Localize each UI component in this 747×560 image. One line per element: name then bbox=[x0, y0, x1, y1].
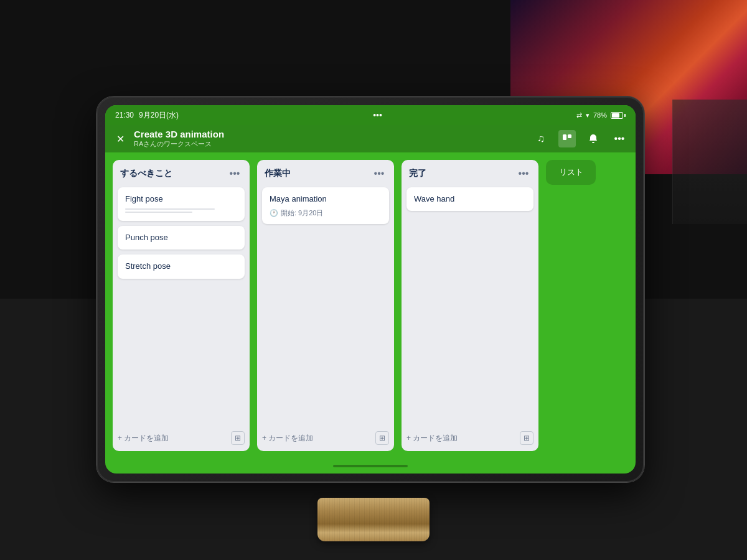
todo-add-card-row: + カードを追加 ⊞ bbox=[113, 427, 250, 451]
notifications-button[interactable] bbox=[585, 130, 602, 147]
inprogress-add-image-button[interactable]: ⊞ bbox=[375, 431, 389, 445]
card-stretch-pose[interactable]: Stretch pose bbox=[118, 254, 245, 278]
list-inprogress-header: 作業中 ••• bbox=[257, 160, 394, 185]
status-dots: ••• bbox=[373, 110, 382, 120]
wifi-icon: ▾ bbox=[586, 111, 590, 119]
svg-rect-1 bbox=[568, 134, 571, 138]
card-maya-animation[interactable]: Maya animation 🕐 開始: 9月20日 bbox=[262, 187, 389, 224]
card-maya-date: 開始: 9月20日 bbox=[281, 208, 323, 218]
board-title[interactable]: Create 3D animation bbox=[134, 129, 526, 139]
todo-add-image-button[interactable]: ⊞ bbox=[231, 431, 245, 445]
home-indicator bbox=[105, 459, 636, 474]
app-header: ✕ Create 3D animation RAさんのワークスペース ♫ bbox=[105, 125, 636, 152]
time-display: 21:30 bbox=[115, 111, 134, 119]
list-todo-title: するべきこと bbox=[120, 168, 172, 179]
status-right: ⇄ ▾ 78% bbox=[576, 111, 626, 119]
list-done-menu[interactable]: ••• bbox=[516, 166, 531, 181]
done-add-image-button[interactable]: ⊞ bbox=[520, 431, 533, 445]
status-left: 21:30 9月20日(水) bbox=[115, 110, 179, 121]
list-inprogress: 作業中 ••• Maya animation 🕐 開始: 9月20日 + カード… bbox=[257, 160, 394, 451]
list-inprogress-title: 作業中 bbox=[265, 168, 291, 179]
card-fight-pose[interactable]: Fight pose bbox=[118, 187, 245, 221]
list-inprogress-menu[interactable]: ••• bbox=[372, 166, 387, 181]
wooden-stand bbox=[317, 498, 430, 541]
card-stretch-title: Stretch pose bbox=[125, 261, 237, 272]
list-todo-header: するべきこと ••• bbox=[113, 160, 250, 185]
card-fight-title: Fight pose bbox=[125, 194, 237, 205]
list-todo-cards: Fight pose Punch pose Stretch pose bbox=[113, 185, 250, 427]
done-add-card-button[interactable]: + カードを追加 bbox=[406, 433, 458, 444]
more-button[interactable]: ••• bbox=[611, 130, 628, 147]
workspace-subtitle: RAさんのワークスペース bbox=[134, 139, 526, 149]
card-maya-title: Maya animation bbox=[270, 194, 382, 205]
keyboard bbox=[672, 100, 747, 224]
list-inprogress-cards: Maya animation 🕐 開始: 9月20日 bbox=[257, 185, 394, 427]
clock-icon: 🕐 bbox=[270, 209, 278, 217]
card-punch-pose[interactable]: Punch pose bbox=[118, 226, 245, 250]
spotify-button[interactable]: ♫ bbox=[532, 130, 550, 147]
status-bar: 21:30 9月20日(水) ••• ⇄ ▾ 78% bbox=[105, 105, 636, 125]
card-punch-title: Punch pose bbox=[125, 232, 237, 243]
list-done-title: 完了 bbox=[409, 168, 426, 179]
card-wave-title: Wave hand bbox=[414, 194, 526, 205]
close-button[interactable]: ✕ bbox=[113, 131, 128, 146]
list-done-cards: Wave hand bbox=[402, 185, 538, 427]
inprogress-add-card-button[interactable]: + カードを追加 bbox=[262, 433, 313, 444]
header-actions: ♫ ••• bbox=[532, 130, 628, 147]
list-todo: するべきこと ••• Fight pose Punch pose bbox=[113, 160, 250, 451]
list-done: 完了 ••• Wave hand + カードを追加 ⊞ bbox=[402, 160, 538, 451]
todo-add-card-button[interactable]: + カードを追加 bbox=[118, 433, 169, 444]
trello-button[interactable] bbox=[558, 130, 576, 147]
svg-rect-0 bbox=[563, 134, 566, 140]
list-todo-menu[interactable]: ••• bbox=[227, 166, 242, 181]
done-add-card-row: + カードを追加 ⊞ bbox=[402, 427, 538, 451]
inprogress-add-card-row: + カードを追加 ⊞ bbox=[257, 427, 394, 451]
stand-grain-texture bbox=[317, 498, 430, 541]
battery-percent: 78% bbox=[593, 111, 607, 119]
battery-icon bbox=[611, 112, 626, 119]
date-display: 9月20日(水) bbox=[139, 110, 179, 121]
tablet-screen: 21:30 9月20日(水) ••• ⇄ ▾ 78% ✕ Create 3D a bbox=[105, 105, 636, 474]
card-maya-meta: 🕐 開始: 9月20日 bbox=[270, 208, 382, 218]
home-bar bbox=[333, 465, 408, 467]
card-wave-hand[interactable]: Wave hand bbox=[406, 187, 533, 211]
list-done-header: 完了 ••• bbox=[402, 160, 538, 185]
header-title-block: Create 3D animation RAさんのワークスペース bbox=[134, 129, 526, 149]
tablet-device: 21:30 9月20日(水) ••• ⇄ ▾ 78% ✕ Create 3D a bbox=[96, 96, 644, 482]
signal-icon: ⇄ bbox=[576, 111, 582, 119]
new-list-button[interactable]: リスト bbox=[546, 160, 596, 185]
board-content: するべきこと ••• Fight pose Punch pose bbox=[105, 152, 636, 459]
card-fight-lines bbox=[125, 208, 237, 213]
